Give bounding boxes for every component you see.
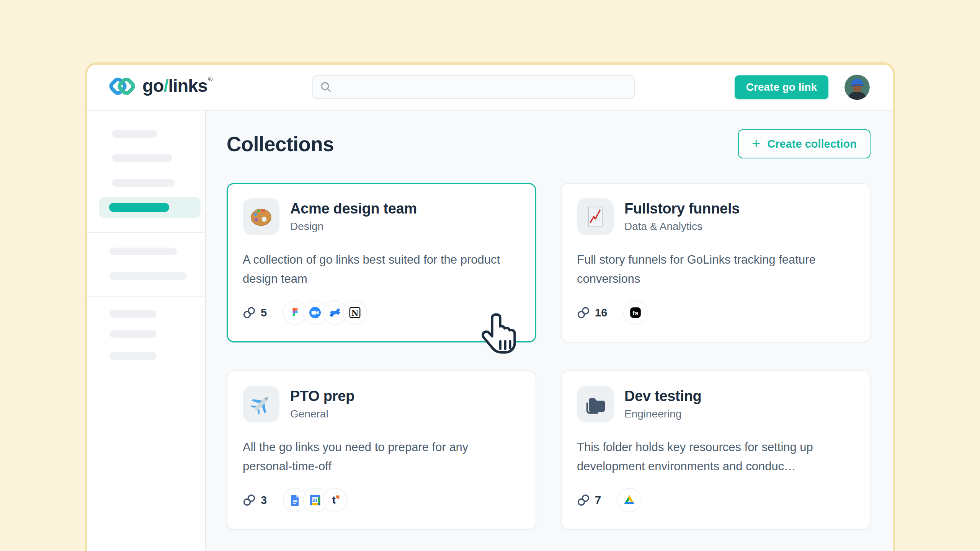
svg-text:31: 31 bbox=[312, 498, 318, 503]
collection-category: Design bbox=[290, 220, 417, 233]
sidebar-section-divider bbox=[87, 296, 205, 297]
app-window: go/links® Create go link bbox=[85, 62, 895, 551]
sidebar-skeleton-item bbox=[109, 248, 177, 255]
sidebar-skeleton-item bbox=[109, 352, 157, 360]
link-count-icon bbox=[243, 494, 256, 507]
collection-description: Full story funnels for GoLinks tracking … bbox=[577, 250, 854, 288]
link-count-value: 7 bbox=[595, 494, 601, 507]
folder-icon bbox=[577, 386, 614, 422]
svg-text:N: N bbox=[351, 308, 359, 318]
search-input[interactable] bbox=[312, 75, 635, 99]
notion-icon: N bbox=[343, 300, 367, 325]
collection-title: PTO prep bbox=[290, 388, 354, 405]
fullstory-icon: fs bbox=[623, 300, 648, 325]
search-area bbox=[212, 75, 734, 99]
google-drive-icon bbox=[617, 488, 642, 512]
collection-description: A collection of go links best suited for… bbox=[243, 250, 520, 288]
svg-text:fs: fs bbox=[633, 309, 639, 317]
collection-card-pto-prep[interactable]: PTO prep General All the go links you ne… bbox=[227, 370, 536, 530]
search-icon bbox=[320, 81, 332, 93]
svg-text:t: t bbox=[332, 494, 336, 506]
collection-card-fullstory-funnels[interactable]: Fullstory funnels Data & Analytics Full … bbox=[561, 183, 871, 342]
main-content: Collections + Create collection bbox=[206, 111, 893, 551]
link-count-value: 5 bbox=[261, 306, 267, 319]
sidebar-skeleton-item bbox=[109, 310, 157, 318]
sidebar-nav bbox=[87, 111, 206, 551]
sidebar-item-collections-active[interactable] bbox=[99, 197, 201, 218]
active-item-bar bbox=[109, 203, 169, 212]
collection-card-acme-design-team[interactable]: Acme design team Design A collection of … bbox=[227, 183, 536, 342]
link-count-icon bbox=[577, 494, 590, 507]
sidebar-section-divider bbox=[87, 232, 205, 233]
collection-title: Acme design team bbox=[290, 201, 417, 217]
t-logo-icon: t bbox=[323, 488, 347, 512]
page-title: Collections bbox=[227, 132, 334, 156]
collection-description: All the go links you need to prepare for… bbox=[243, 438, 520, 476]
link-count-value: 3 bbox=[261, 494, 267, 507]
collection-card-dev-testing[interactable]: Dev testing Engineering This folder hold… bbox=[561, 370, 871, 530]
user-avatar[interactable] bbox=[844, 75, 870, 100]
airplane-icon bbox=[243, 386, 279, 422]
sidebar-skeleton-item bbox=[112, 130, 157, 138]
logo-wordmark: go/links® bbox=[142, 76, 212, 95]
sidebar-skeleton-item bbox=[112, 154, 172, 162]
sidebar-skeleton-item bbox=[109, 272, 187, 280]
create-go-link-button[interactable]: Create go link bbox=[735, 75, 828, 99]
sidebar-skeleton-item bbox=[112, 179, 175, 187]
link-count-icon bbox=[243, 306, 256, 319]
golinks-logo[interactable]: go/links® bbox=[106, 72, 212, 102]
window-body: Collections + Create collection bbox=[87, 111, 893, 551]
collection-category: Data & Analytics bbox=[624, 220, 740, 233]
collections-grid: Acme design team Design A collection of … bbox=[227, 183, 871, 530]
registered-mark: ® bbox=[208, 76, 212, 82]
collection-title: Fullstory funnels bbox=[624, 201, 740, 217]
link-count-icon bbox=[577, 306, 590, 319]
sidebar-skeleton-item bbox=[109, 330, 157, 338]
link-count-value: 16 bbox=[595, 306, 607, 319]
golinks-chain-icon bbox=[106, 72, 140, 102]
collection-category: General bbox=[290, 408, 354, 420]
create-collection-button[interactable]: + Create collection bbox=[738, 129, 871, 158]
collection-title: Dev testing bbox=[624, 388, 702, 405]
collection-description: This folder holds key resources for sett… bbox=[577, 438, 854, 476]
chart-increasing-icon bbox=[577, 198, 614, 235]
palette-icon bbox=[243, 198, 279, 235]
top-bar: go/links® Create go link bbox=[87, 65, 893, 111]
collection-category: Engineering bbox=[624, 408, 702, 420]
